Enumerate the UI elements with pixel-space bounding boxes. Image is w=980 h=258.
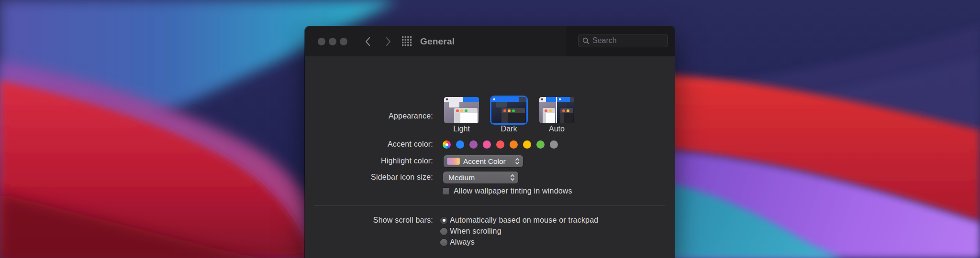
popup-chevrons-icon: [515, 157, 520, 165]
search-icon: [582, 37, 590, 44]
zoom-button[interactable]: [340, 38, 347, 45]
accent-swatch-blue[interactable]: [456, 140, 464, 149]
back-button[interactable]: [364, 36, 372, 47]
auto-appearance-thumbnail: [539, 97, 574, 123]
popup-chevrons-icon: [510, 173, 515, 182]
accent-swatch-orange[interactable]: [510, 140, 518, 149]
page-title: General: [420, 26, 455, 56]
search-input[interactable]: [592, 36, 664, 45]
accent-swatch-green[interactable]: [536, 140, 545, 149]
accent-swatch-pink[interactable]: [483, 140, 491, 149]
accent-swatch-red[interactable]: [496, 140, 504, 149]
accent-color-row: [443, 140, 558, 149]
appearance-light-label: Light: [444, 125, 479, 133]
titlebar: General: [305, 26, 675, 57]
light-appearance-thumbnail: [444, 97, 479, 123]
wallpaper-tinting-checkbox[interactable]: [443, 188, 449, 194]
radio-scrollbars-always[interactable]: Always: [440, 238, 475, 247]
section-divider: [314, 205, 665, 206]
radio-button[interactable]: [440, 239, 447, 246]
radio-scrollbars-when-scrolling[interactable]: When scrolling: [440, 227, 501, 236]
show-scroll-bars-label: Show scroll bars:: [305, 215, 433, 225]
appearance-option-dark[interactable]: [491, 97, 526, 123]
sidebar-icon-size-label: Sidebar icon size:: [305, 172, 433, 182]
show-all-grid-icon[interactable]: [401, 36, 412, 46]
appearance-option-light[interactable]: [444, 97, 479, 123]
accent-swatch-yellow[interactable]: [523, 140, 531, 149]
search-field[interactable]: [578, 34, 668, 47]
desktop: { "window": { "title": "General" }, "too…: [0, 0, 980, 258]
highlight-color-value: Accent Color: [463, 157, 512, 166]
accent-swatch-multicolor[interactable]: [443, 140, 451, 149]
minimize-button[interactable]: [329, 38, 336, 45]
sidebar-icon-size-value: Medium: [448, 173, 507, 182]
dark-appearance-thumbnail: [491, 97, 526, 123]
forward-button[interactable]: [384, 36, 392, 47]
wallpaper-tinting-label[interactable]: Allow wallpaper tinting in windows: [454, 187, 572, 195]
appearance-dark-label: Dark: [491, 125, 526, 133]
highlight-gradient-swatch: [447, 158, 460, 165]
radio-scrollbars-automatically[interactable]: Automatically based on mouse or trackpad: [440, 216, 598, 225]
system-preferences-window: General Appearance:: [305, 26, 675, 258]
appearance-auto-label: Auto: [539, 125, 574, 133]
sidebar-icon-size-popup[interactable]: Medium: [443, 172, 518, 183]
accent-swatch-graphite[interactable]: [550, 140, 558, 149]
appearance-option-auto[interactable]: [539, 97, 574, 123]
general-pane: Appearance:: [305, 56, 675, 258]
radio-button[interactable]: [440, 228, 447, 235]
appearance-label: Appearance:: [305, 111, 433, 121]
radio-button[interactable]: [440, 217, 447, 224]
highlight-color-label: Highlight color:: [305, 156, 433, 166]
accent-swatch-purple[interactable]: [469, 140, 478, 149]
highlight-color-popup[interactable]: Accent Color: [444, 155, 523, 167]
accent-color-label: Accent color:: [305, 140, 433, 149]
close-button[interactable]: [318, 38, 325, 45]
